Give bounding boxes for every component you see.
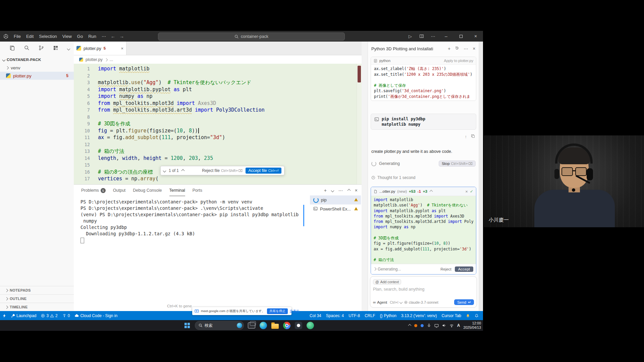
extensions-icon[interactable] [53,45,58,52]
panel-splitter[interactable] [362,42,368,311]
apply-to-file-button[interactable]: Apply to plotter.py [444,59,473,63]
new-chat-icon[interactable]: + [448,46,450,51]
taskbar-search-box[interactable]: 検索 [195,321,244,330]
menu-run[interactable]: Run [86,33,99,40]
mic-icon[interactable] [427,323,431,327]
menu-go[interactable]: Go [74,33,86,40]
terminal-sash[interactable] [303,205,304,226]
diff-card-code[interactable]: import matplotlibmatplotlib.use('Agg') #… [371,196,476,264]
tab-output[interactable]: Output [113,188,126,193]
maximize-panel-chevron-icon[interactable] [347,189,351,192]
model-selector[interactable]: claude-3.7-sonnet [404,300,438,304]
copy-icon[interactable] [471,134,475,139]
stop-sharing-button[interactable]: 共有を停止 [267,308,288,314]
menu-selection[interactable]: Selection [36,33,59,40]
hide-banner-link[interactable]: 非表示 [290,309,300,313]
terminal-profile-chevron-icon[interactable] [331,189,334,192]
meet-icon[interactable] [306,321,314,329]
explorer-root-header[interactable]: CONTANER-PACK [0,56,74,64]
window-minimize-button[interactable]: – [439,31,453,42]
prev-change-chevron-icon[interactable] [163,169,166,172]
tree-item-venv[interactable]: venv [0,64,74,72]
chat-close-icon[interactable]: × [473,46,475,51]
chat-history-icon[interactable] [455,46,459,51]
section-outline[interactable]: OUTLINE [0,294,74,303]
activity-overflow-chevron-icon[interactable] [67,47,70,50]
split-editor-icon[interactable] [416,31,427,42]
menu-edit[interactable]: Edit [23,33,36,40]
collapse-chevron-icon[interactable] [430,190,433,193]
notifications-bell-icon[interactable] [472,311,481,320]
tab-close-icon[interactable]: × [121,46,123,51]
run-button[interactable]: ▷ [405,31,416,42]
explorer-files-icon[interactable] [9,45,15,52]
scroll-up-icon[interactable]: ↑ [465,134,467,139]
nav-forward-icon[interactable]: → [117,34,126,39]
window-maximize-button[interactable] [453,31,468,42]
indentation[interactable]: Spaces: 4 [324,311,346,320]
reject-file-button[interactable]: Reject file Ctrl+Shift+⌫ [202,168,243,173]
taskbar-clock[interactable]: 12:00 2025/04/13 [463,321,481,330]
menu-overflow[interactable]: ⋯ [99,33,109,40]
eol-sequence[interactable]: CRLF [362,311,377,320]
breadcrumb-more[interactable]: ... [110,57,113,62]
panel-more-icon[interactable]: ⋯ [338,188,343,193]
reject-button[interactable]: Reject [440,267,451,271]
chat-command-block[interactable]: pip install py3dbp matplotlib numpy [371,114,476,130]
breadcrumb-file[interactable]: plotter.py [86,57,103,62]
tray-expand-chevron-icon[interactable] [408,324,411,327]
launchpad-button[interactable]: Launchpad [9,311,39,320]
thought-row[interactable]: Thought for 1 second [371,175,415,180]
stop-button[interactable]: Stop Ctrl+Shift+⌫ [439,161,476,167]
command-search-box[interactable]: container-pack [158,33,345,41]
chat-input-placeholder[interactable]: Plan, search, build anything [373,287,474,292]
chat-more-icon[interactable]: ⋯ [464,46,468,51]
menu-file[interactable]: File [11,33,23,40]
encoding[interactable]: UTF-8 [346,311,362,320]
agent-mode-selector[interactable]: ∞ Agent Ctrl+I [373,300,402,304]
display-icon[interactable] [434,323,439,328]
tab-debug-console[interactable]: Debug Console [133,188,162,193]
python-interpreter[interactable]: 3.13.2 ('venv': venv) [399,311,439,320]
new-terminal-icon[interactable]: + [324,188,327,193]
tab-terminal[interactable]: Terminal [169,185,185,196]
volume-icon[interactable] [442,323,446,327]
section-timeline[interactable]: TIMELINE [0,303,74,311]
ime-indicator[interactable]: A [457,323,460,328]
chat-input-box[interactable]: @ Add context Plan, search, build anythi… [370,276,477,308]
tab-ports[interactable]: Ports [193,188,202,193]
chat-scrollbar-gutter[interactable] [479,42,483,311]
tab-problems[interactable]: Problems 5 [81,188,106,193]
window-close-button[interactable]: × [468,31,483,42]
wifi-icon[interactable] [449,323,454,328]
cursor-position[interactable]: Col 34 [307,311,324,320]
nav-back-icon[interactable]: ← [109,34,117,39]
terminal-process-powershell[interactable]: PowerShell Ex... [310,204,361,214]
next-change-chevron-icon[interactable] [181,169,185,172]
menu-view[interactable]: View [60,33,74,40]
terminal-output[interactable]: PS D:\projects\experimentals\contaner-pa… [80,199,299,243]
search-sidebar-icon[interactable] [24,45,30,52]
section-notepads[interactable]: NOTEPADS [0,286,74,294]
diff-reject-icon[interactable]: × [465,189,468,194]
tray-app-orange-icon[interactable] [414,324,417,327]
code-block-body[interactable]: ax.set_zlabel('Z軸 (高さ: 235)')ax.set_titl… [371,65,476,101]
breadcrumb[interactable]: plotter.py ... [74,55,362,64]
diff-accept-icon[interactable]: ✓ [470,189,473,194]
tree-item-plotter[interactable]: plotter.py 5 [0,72,74,80]
cursor-tab-toggle[interactable]: Cursor Tab [439,311,464,320]
edge-icon[interactable] [259,321,267,329]
remote-indicator[interactable] [0,311,9,320]
file-explorer-icon[interactable] [271,321,279,329]
add-context-chip[interactable]: @ Add context [373,279,401,285]
minimap-scrollbar[interactable] [357,64,362,184]
tab-plotter-py[interactable]: plotter.py 5 × [74,42,126,55]
accept-file-button[interactable]: Accept file Ctrl+⏎ [246,168,281,174]
close-panel-icon[interactable]: × [355,188,358,193]
source-control-icon[interactable] [39,45,44,52]
terminal-process-pip[interactable]: pip [310,195,361,204]
chrome-icon[interactable] [283,321,291,329]
github-desktop-icon[interactable] [294,321,303,329]
accept-button[interactable]: Accept [455,266,473,272]
cloud-code-signin[interactable]: Cloud Code - Sign in [72,311,120,320]
